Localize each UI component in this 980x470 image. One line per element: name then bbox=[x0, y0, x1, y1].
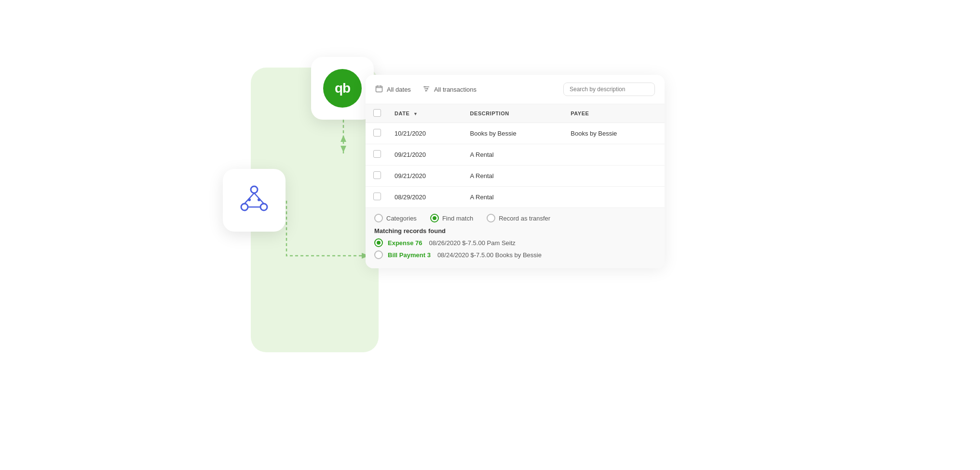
find-match-radio[interactable] bbox=[430, 214, 439, 222]
svg-point-4 bbox=[251, 186, 258, 193]
network-icon bbox=[238, 184, 271, 217]
match-detail-0: 08/26/2020 $-7.5.00 Pam Seitz bbox=[429, 239, 516, 247]
cell-payee-3 bbox=[564, 187, 665, 208]
match-record-0[interactable]: Expense 7608/26/2020 $-7.5.00 Pam Seitz bbox=[374, 238, 656, 247]
select-all-checkbox[interactable] bbox=[373, 109, 381, 117]
cell-payee-0: Books by Bessie bbox=[564, 123, 665, 144]
all-transactions-label: All transactions bbox=[434, 86, 476, 93]
table-row: 09/21/2020A Rental bbox=[366, 144, 665, 166]
cell-payee-2 bbox=[564, 166, 665, 187]
table-row: 09/21/2020A Rental bbox=[366, 166, 665, 187]
svg-rect-12 bbox=[376, 86, 382, 92]
cell-payee-1 bbox=[564, 144, 665, 166]
action-bar: Categories Find match Record as transfer… bbox=[366, 207, 665, 268]
all-transactions-filter[interactable]: All transactions bbox=[422, 85, 476, 94]
search-wrapper bbox=[563, 83, 655, 96]
qb-logo: qb bbox=[323, 69, 362, 108]
svg-point-10 bbox=[248, 198, 251, 201]
record-transfer-option[interactable]: Record as transfer bbox=[487, 214, 550, 222]
qb-logo-text: qb bbox=[335, 81, 350, 96]
cell-date-3: 08/29/2020 bbox=[388, 187, 463, 208]
svg-marker-3 bbox=[340, 146, 346, 152]
sort-arrow: ▼ bbox=[413, 111, 418, 116]
qb-logo-card: qb bbox=[311, 57, 374, 120]
row-check-0 bbox=[366, 123, 388, 144]
svg-point-19 bbox=[424, 86, 425, 87]
all-dates-filter[interactable]: All dates bbox=[375, 85, 411, 94]
svg-marker-1 bbox=[340, 135, 346, 142]
cell-date-2: 09/21/2020 bbox=[388, 166, 463, 187]
find-match-label: Find match bbox=[442, 215, 473, 222]
radio-options: Categories Find match Record as transfer bbox=[374, 214, 656, 222]
match-radio-0[interactable] bbox=[374, 238, 383, 247]
checkbox-2[interactable] bbox=[373, 171, 381, 179]
match-record-1[interactable]: Bill Payment 308/24/2020 $-7.5.00 Books … bbox=[374, 250, 656, 259]
header-description: DESCRIPTION bbox=[463, 104, 564, 123]
match-link-1[interactable]: Bill Payment 3 bbox=[388, 251, 431, 259]
cell-description-0: Books by Bessie bbox=[463, 123, 564, 144]
svg-point-21 bbox=[425, 90, 426, 91]
svg-point-6 bbox=[260, 204, 267, 210]
row-check-2 bbox=[366, 166, 388, 187]
calendar-icon bbox=[375, 85, 383, 94]
main-panel: All dates All transactions bbox=[366, 75, 665, 268]
table-row: 08/29/2020A Rental bbox=[366, 187, 665, 208]
row-check-3 bbox=[366, 187, 388, 208]
checkbox-0[interactable] bbox=[373, 129, 381, 137]
header-payee: PAYEE bbox=[564, 104, 665, 123]
match-link-0[interactable]: Expense 76 bbox=[388, 239, 422, 247]
categories-radio[interactable] bbox=[374, 214, 383, 222]
svg-point-20 bbox=[426, 88, 428, 89]
cell-description-1: A Rental bbox=[463, 144, 564, 166]
table-header-row: DATE ▼ DESCRIPTION PAYEE bbox=[366, 104, 665, 123]
row-check-1 bbox=[366, 144, 388, 166]
cell-date-1: 09/21/2020 bbox=[388, 144, 463, 166]
record-transfer-label: Record as transfer bbox=[499, 215, 550, 222]
checkbox-3[interactable] bbox=[373, 193, 381, 200]
all-dates-label: All dates bbox=[387, 86, 411, 93]
table-row: 10/21/2020Books by BessieBooks by Bessie bbox=[366, 123, 665, 144]
match-records-list: Expense 7608/26/2020 $-7.5.00 Pam SeitzB… bbox=[374, 238, 656, 259]
header-check bbox=[366, 104, 388, 123]
checkbox-1[interactable] bbox=[373, 150, 381, 158]
search-input[interactable] bbox=[570, 86, 649, 93]
filter-icon bbox=[422, 85, 430, 94]
record-transfer-radio[interactable] bbox=[487, 214, 495, 222]
categories-option[interactable]: Categories bbox=[374, 214, 417, 222]
svg-point-11 bbox=[258, 198, 260, 201]
header-date[interactable]: DATE ▼ bbox=[388, 104, 463, 123]
match-detail-1: 08/24/2020 $-7.5.00 Books by Bessie bbox=[437, 251, 542, 259]
match-radio-1[interactable] bbox=[374, 250, 383, 259]
filter-bar: All dates All transactions bbox=[366, 75, 665, 104]
svg-point-5 bbox=[241, 204, 248, 210]
cell-description-3: A Rental bbox=[463, 187, 564, 208]
matching-records-title: Matching records found bbox=[374, 227, 656, 235]
cell-date-0: 10/21/2020 bbox=[388, 123, 463, 144]
categories-label: Categories bbox=[386, 215, 417, 222]
find-match-option[interactable]: Find match bbox=[430, 214, 473, 222]
network-icon-card bbox=[223, 169, 286, 232]
transaction-table: DATE ▼ DESCRIPTION PAYEE 10/21/2020Books… bbox=[366, 104, 665, 207]
cell-description-2: A Rental bbox=[463, 166, 564, 187]
